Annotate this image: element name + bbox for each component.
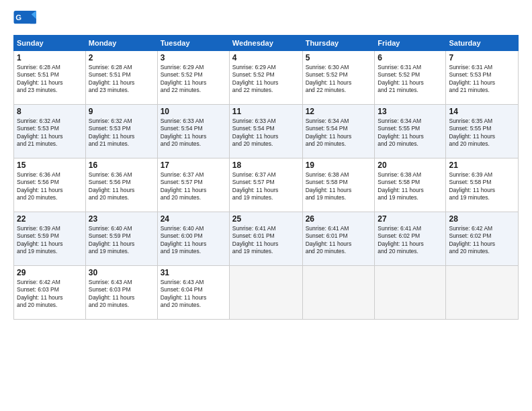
day-number: 12 (306, 107, 372, 116)
day-info: Sunrise: 6:37 AM Sunset: 5:57 PM Dayligh… (232, 171, 300, 202)
day-info: Sunrise: 6:32 AM Sunset: 5:53 PM Dayligh… (89, 118, 154, 148)
day-info: Sunrise: 6:38 AM Sunset: 5:58 PM Dayligh… (378, 171, 443, 202)
calendar-cell: 1Sunrise: 6:28 AM Sunset: 5:51 PM Daylig… (14, 51, 86, 105)
day-number: 6 (378, 53, 443, 62)
weekday-header-thursday: Thursday (302, 36, 375, 51)
day-info: Sunrise: 6:31 AM Sunset: 5:52 PM Dayligh… (378, 64, 443, 95)
calendar-cell: 31Sunrise: 6:43 AM Sunset: 6:04 PM Dayli… (157, 266, 229, 320)
weekday-row: SundayMondayTuesdayWednesdayThursdayFrid… (14, 36, 519, 51)
day-number: 17 (161, 161, 226, 170)
calendar-cell: 19Sunrise: 6:38 AM Sunset: 5:58 PM Dayli… (302, 158, 375, 212)
calendar-cell: 27Sunrise: 6:41 AM Sunset: 6:02 PM Dayli… (375, 212, 446, 266)
logo: G (13, 11, 39, 30)
day-number: 5 (306, 53, 372, 62)
day-number: 1 (17, 53, 83, 62)
day-number: 18 (232, 161, 300, 170)
calendar-cell: 3Sunrise: 6:29 AM Sunset: 5:52 PM Daylig… (157, 51, 229, 105)
calendar-cell: 9Sunrise: 6:32 AM Sunset: 5:53 PM Daylig… (85, 105, 157, 158)
calendar-cell: 12Sunrise: 6:34 AM Sunset: 5:54 PM Dayli… (302, 105, 375, 158)
day-number: 14 (449, 107, 515, 116)
day-number: 10 (161, 107, 226, 116)
calendar-cell: 17Sunrise: 6:37 AM Sunset: 5:57 PM Dayli… (157, 158, 229, 212)
calendar-cell: 20Sunrise: 6:38 AM Sunset: 5:58 PM Dayli… (375, 158, 446, 212)
calendar-week-3: 15Sunrise: 6:36 AM Sunset: 5:56 PM Dayli… (14, 158, 519, 212)
calendar-cell: 15Sunrise: 6:36 AM Sunset: 5:56 PM Dayli… (14, 158, 86, 212)
day-info: Sunrise: 6:29 AM Sunset: 5:52 PM Dayligh… (232, 64, 300, 95)
calendar-cell: 25Sunrise: 6:41 AM Sunset: 6:01 PM Dayli… (229, 212, 302, 266)
calendar-cell: 22Sunrise: 6:39 AM Sunset: 5:59 PM Dayli… (14, 212, 86, 266)
calendar-cell: 14Sunrise: 6:35 AM Sunset: 5:55 PM Dayli… (446, 105, 519, 158)
calendar-week-1: 1Sunrise: 6:28 AM Sunset: 5:51 PM Daylig… (14, 51, 519, 105)
day-number: 31 (161, 268, 226, 277)
calendar-page: G SundayMondayTuesdayWednesdayThursdayFr… (0, 0, 532, 411)
calendar-cell: 18Sunrise: 6:37 AM Sunset: 5:57 PM Dayli… (229, 158, 302, 212)
weekday-header-monday: Monday (85, 36, 157, 51)
calendar-cell: 10Sunrise: 6:33 AM Sunset: 5:54 PM Dayli… (157, 105, 229, 158)
calendar-cell (446, 266, 519, 320)
calendar-cell: 16Sunrise: 6:36 AM Sunset: 5:56 PM Dayli… (85, 158, 157, 212)
day-info: Sunrise: 6:34 AM Sunset: 5:55 PM Dayligh… (378, 118, 443, 148)
day-number: 22 (17, 214, 83, 224)
day-info: Sunrise: 6:36 AM Sunset: 5:56 PM Dayligh… (89, 171, 154, 202)
day-info: Sunrise: 6:41 AM Sunset: 6:01 PM Dayligh… (306, 225, 372, 256)
calendar-cell: 30Sunrise: 6:43 AM Sunset: 6:03 PM Dayli… (85, 266, 157, 320)
calendar-body: 1Sunrise: 6:28 AM Sunset: 5:51 PM Daylig… (14, 51, 519, 320)
day-number: 20 (378, 161, 443, 170)
day-number: 19 (306, 161, 372, 170)
day-number: 21 (449, 161, 515, 170)
calendar-cell: 29Sunrise: 6:42 AM Sunset: 6:03 PM Dayli… (14, 266, 86, 320)
day-number: 27 (378, 214, 443, 224)
weekday-header-friday: Friday (375, 36, 446, 51)
calendar-cell: 24Sunrise: 6:40 AM Sunset: 6:00 PM Dayli… (157, 212, 229, 266)
day-info: Sunrise: 6:29 AM Sunset: 5:52 PM Dayligh… (161, 64, 226, 95)
day-info: Sunrise: 6:33 AM Sunset: 5:54 PM Dayligh… (232, 118, 300, 148)
day-info: Sunrise: 6:39 AM Sunset: 5:59 PM Dayligh… (17, 225, 83, 256)
weekday-header-saturday: Saturday (446, 36, 519, 51)
weekday-header-tuesday: Tuesday (157, 36, 229, 51)
day-number: 30 (89, 268, 154, 277)
day-info: Sunrise: 6:28 AM Sunset: 5:51 PM Dayligh… (17, 64, 83, 95)
header: G (13, 11, 519, 30)
calendar-table: SundayMondayTuesdayWednesdayThursdayFrid… (13, 35, 519, 320)
calendar-cell: 4Sunrise: 6:29 AM Sunset: 5:52 PM Daylig… (229, 51, 302, 105)
day-number: 3 (161, 53, 226, 62)
calendar-cell: 8Sunrise: 6:32 AM Sunset: 5:53 PM Daylig… (14, 105, 86, 158)
day-info: Sunrise: 6:40 AM Sunset: 5:59 PM Dayligh… (89, 225, 154, 256)
day-info: Sunrise: 6:35 AM Sunset: 5:55 PM Dayligh… (449, 118, 515, 148)
weekday-header-wednesday: Wednesday (229, 36, 302, 51)
calendar-cell: 5Sunrise: 6:30 AM Sunset: 5:52 PM Daylig… (302, 51, 375, 105)
calendar-week-5: 29Sunrise: 6:42 AM Sunset: 6:03 PM Dayli… (14, 266, 519, 320)
calendar-week-4: 22Sunrise: 6:39 AM Sunset: 5:59 PM Dayli… (14, 212, 519, 266)
day-number: 15 (17, 161, 83, 170)
day-info: Sunrise: 6:43 AM Sunset: 6:03 PM Dayligh… (89, 279, 154, 310)
day-info: Sunrise: 6:33 AM Sunset: 5:54 PM Dayligh… (161, 118, 226, 148)
calendar-cell: 26Sunrise: 6:41 AM Sunset: 6:01 PM Dayli… (302, 212, 375, 266)
day-number: 16 (89, 161, 154, 170)
day-number: 26 (306, 214, 372, 224)
calendar-cell: 21Sunrise: 6:39 AM Sunset: 5:58 PM Dayli… (446, 158, 519, 212)
day-info: Sunrise: 6:42 AM Sunset: 6:02 PM Dayligh… (449, 225, 515, 256)
day-number: 13 (378, 107, 443, 116)
calendar-cell: 28Sunrise: 6:42 AM Sunset: 6:02 PM Dayli… (446, 212, 519, 266)
calendar-cell: 23Sunrise: 6:40 AM Sunset: 5:59 PM Dayli… (85, 212, 157, 266)
day-number: 29 (17, 268, 83, 277)
weekday-header-sunday: Sunday (14, 36, 86, 51)
day-number: 9 (89, 107, 154, 116)
day-number: 4 (232, 53, 300, 62)
day-info: Sunrise: 6:34 AM Sunset: 5:54 PM Dayligh… (306, 118, 372, 148)
calendar-cell (302, 266, 375, 320)
day-number: 2 (89, 53, 154, 62)
day-info: Sunrise: 6:40 AM Sunset: 6:00 PM Dayligh… (161, 225, 226, 256)
calendar-cell: 13Sunrise: 6:34 AM Sunset: 5:55 PM Dayli… (375, 105, 446, 158)
day-info: Sunrise: 6:39 AM Sunset: 5:58 PM Dayligh… (449, 171, 515, 202)
calendar-cell: 11Sunrise: 6:33 AM Sunset: 5:54 PM Dayli… (229, 105, 302, 158)
day-number: 8 (17, 107, 83, 116)
logo-icon: G (13, 11, 38, 30)
day-info: Sunrise: 6:32 AM Sunset: 5:53 PM Dayligh… (17, 118, 83, 148)
day-info: Sunrise: 6:43 AM Sunset: 6:04 PM Dayligh… (161, 279, 226, 310)
day-info: Sunrise: 6:28 AM Sunset: 5:51 PM Dayligh… (89, 64, 154, 95)
day-number: 7 (449, 53, 515, 62)
calendar-cell: 6Sunrise: 6:31 AM Sunset: 5:52 PM Daylig… (375, 51, 446, 105)
day-info: Sunrise: 6:36 AM Sunset: 5:56 PM Dayligh… (17, 171, 83, 202)
calendar-cell (229, 266, 302, 320)
